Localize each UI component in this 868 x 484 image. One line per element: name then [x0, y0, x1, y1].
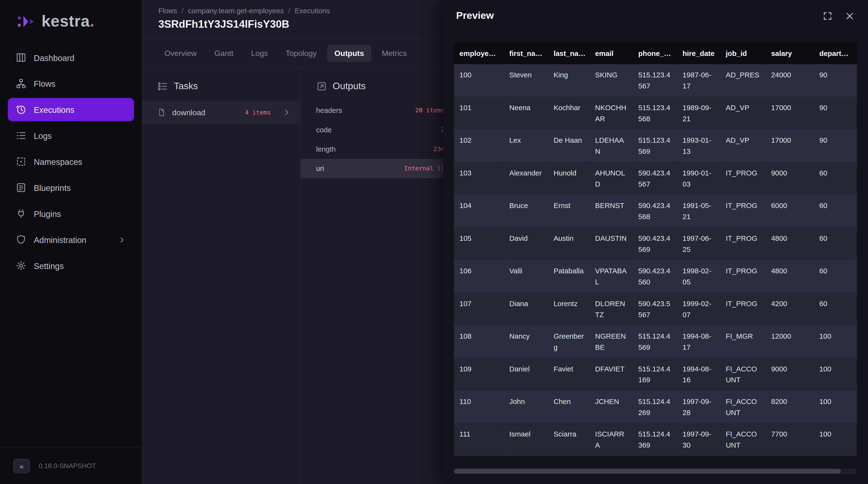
cell-last-name: De Haan: [548, 129, 590, 162]
sidebar-collapse-button[interactable]: «: [13, 459, 30, 473]
cell-email: BERNST: [590, 195, 633, 227]
sidebar-item-label: Administration: [34, 235, 86, 245]
column-header-salary: salary: [766, 43, 814, 64]
tasks-panel-title: Tasks: [174, 81, 198, 92]
sidebar-item-label: Flows: [34, 79, 56, 88]
cell-department: 90: [814, 97, 857, 129]
tab-logs[interactable]: Logs: [244, 44, 275, 62]
tab-overview[interactable]: Overview: [157, 44, 204, 62]
output-row-length[interactable]: length 234: [301, 139, 446, 159]
cell-salary: 4800: [766, 260, 814, 293]
cell-job-id: FI_ACCOUNT: [720, 391, 766, 423]
table-body: 100 Steven King SKING 515.123.4567 1987-…: [454, 64, 857, 456]
column-header-phone: phone_…: [633, 43, 677, 64]
cell-department: 60: [814, 260, 857, 293]
breadcrumb-flow-id[interactable]: company.team.get-employees: [188, 7, 284, 15]
cell-job-id: IT_PROG: [720, 260, 766, 293]
output-row-code[interactable]: code 2: [301, 120, 446, 139]
cell-email: AHUNOLD: [590, 162, 633, 195]
sidebar-item-executions[interactable]: Executions: [8, 98, 134, 121]
cell-email: NGREENBE: [590, 325, 633, 358]
output-key: code: [316, 126, 332, 134]
sidebar-footer: « 0.18.0-SNAPSHOT: [0, 447, 142, 484]
cell-phone: 590.423.5567: [633, 293, 677, 325]
cell-phone: 515.124.4569: [633, 325, 677, 358]
gear-icon: [16, 260, 27, 271]
cell-employee-id: 100: [454, 64, 504, 97]
horizontal-scrollbar[interactable]: [454, 469, 857, 474]
cell-first-name: Ismael: [504, 423, 548, 456]
kestra-logo[interactable]: kestra.: [0, 0, 142, 39]
task-name: download: [172, 108, 206, 117]
cell-job-id: IT_PROG: [720, 293, 766, 325]
cell-first-name: Diana: [504, 293, 548, 325]
sidebar-item-administration[interactable]: Administration: [8, 228, 134, 251]
table-row: 110 John Chen JCHEN 515.124.4269 1997-09…: [454, 391, 857, 423]
app-window: kestra. Dashboard Flows Executions Logs …: [0, 0, 868, 484]
version-label: 0.18.0-SNAPSHOT: [39, 462, 96, 470]
outputs-panel: Outputs headers 20 items code 2 length 2…: [301, 67, 446, 484]
column-header-first-name: first_na…: [504, 43, 548, 64]
breadcrumb-flows[interactable]: Flows: [158, 7, 177, 15]
tab-outputs[interactable]: Outputs: [327, 44, 371, 62]
cell-salary: 6000: [766, 195, 814, 227]
cell-last-name: Kochhar: [548, 97, 590, 129]
outputs-panel-header: Outputs: [301, 67, 446, 101]
sidebar-item-settings[interactable]: Settings: [8, 254, 134, 277]
sidebar-item-namespaces[interactable]: Namespaces: [8, 150, 134, 173]
cell-first-name: Nancy: [504, 325, 548, 358]
tab-metrics[interactable]: Metrics: [375, 44, 414, 62]
cell-hire-date: 1997-06-25: [677, 228, 720, 260]
table-row: 108 Nancy Greenberg NGREENBE 515.124.456…: [454, 325, 857, 358]
output-row-headers[interactable]: headers 20 items: [301, 101, 446, 120]
output-row-uri[interactable]: uri Internal li: [301, 159, 446, 178]
sidebar-item-flows[interactable]: Flows: [8, 72, 134, 95]
cell-hire-date: 1989-09-21: [677, 97, 720, 129]
tab-gantt[interactable]: Gantt: [207, 44, 240, 62]
cell-employee-id: 110: [454, 391, 504, 423]
cell-phone: 515.124.4369: [633, 423, 677, 456]
output-value: 20 items: [415, 107, 444, 114]
preview-title: Preview: [456, 10, 494, 22]
cell-employee-id: 103: [454, 162, 504, 195]
cell-hire-date: 1991-05-21: [677, 195, 720, 227]
logs-icon: [16, 130, 27, 141]
output-key: uri: [316, 164, 324, 172]
cell-salary: 9000: [766, 358, 814, 390]
file-icon: [157, 108, 166, 117]
cell-salary: 4200: [766, 293, 814, 325]
cell-hire-date: 1990-01-03: [677, 162, 720, 195]
breadcrumb-separator: /: [288, 7, 290, 15]
executions-icon: [16, 104, 27, 115]
task-row-download[interactable]: download 4 items: [142, 101, 300, 124]
cell-first-name: Neena: [504, 97, 548, 129]
cell-email: DAUSTIN: [590, 228, 633, 260]
expand-icon[interactable]: [823, 11, 833, 21]
administration-icon: [16, 234, 27, 245]
tab-topology[interactable]: Topology: [278, 44, 324, 62]
cell-email: SKING: [590, 64, 633, 97]
cell-salary: 4800: [766, 228, 814, 260]
cell-last-name: Greenberg: [548, 325, 590, 358]
cell-email: LDEHAAN: [590, 129, 633, 162]
cell-first-name: Daniel: [504, 358, 548, 390]
cell-email: DLORENTZ: [590, 293, 633, 325]
output-key: length: [316, 145, 336, 153]
close-icon[interactable]: [845, 11, 855, 21]
breadcrumb-separator: /: [182, 7, 184, 15]
breadcrumb-executions[interactable]: Executions: [294, 7, 330, 15]
table-row: 103 Alexander Hunold AHUNOLD 590.423.456…: [454, 162, 857, 195]
sidebar-item-dashboard[interactable]: Dashboard: [8, 46, 134, 69]
preview-drawer: Preview employe… first_na… last_na…: [443, 0, 868, 484]
table-row: 106 Valli Pataballa VPATABAL 590.423.456…: [454, 260, 857, 293]
sidebar-item-blueprints[interactable]: Blueprints: [8, 176, 134, 199]
cell-department: 100: [814, 358, 857, 390]
cell-last-name: Austin: [548, 228, 590, 260]
sidebar-item-plugins[interactable]: Plugins: [8, 202, 134, 225]
sidebar-item-logs[interactable]: Logs: [8, 124, 134, 147]
cell-last-name: Sciarra: [548, 423, 590, 456]
cell-email: NKOCHHAR: [590, 97, 633, 129]
cell-job-id: FI_MGR: [720, 325, 766, 358]
cell-hire-date: 1993-01-13: [677, 129, 720, 162]
scrollbar-thumb[interactable]: [454, 469, 841, 474]
